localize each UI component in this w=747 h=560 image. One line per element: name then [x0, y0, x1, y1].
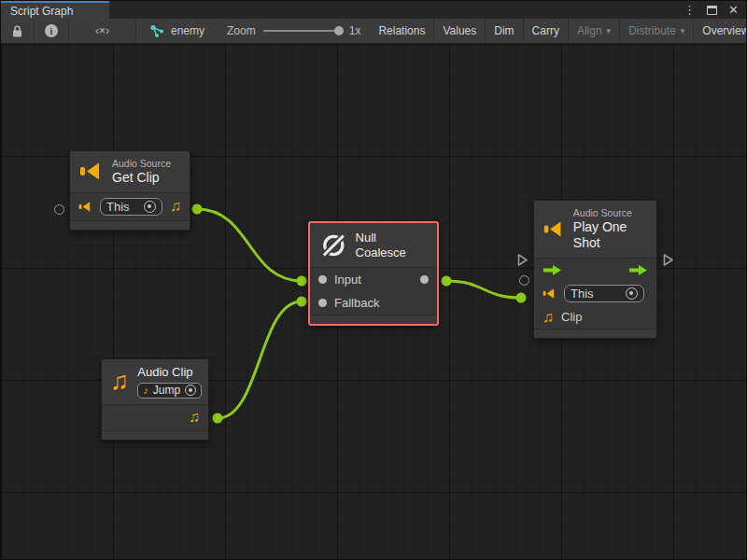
dim-button[interactable]: Dim — [486, 19, 523, 43]
target-value: This — [106, 200, 138, 214]
chevron-down-icon: ▾ — [607, 26, 612, 35]
target-object-field[interactable]: This — [100, 198, 162, 216]
lock-button[interactable] — [1, 19, 35, 43]
clip-input-port[interactable]: ♫ — [543, 310, 554, 325]
align-dropdown[interactable]: Align ▾ — [569, 19, 620, 43]
port-label: Clip — [561, 310, 582, 324]
overview-button[interactable]: Overview — [694, 19, 747, 43]
zoom-slider-handle[interactable] — [334, 26, 344, 35]
wire-endpoint[interactable] — [297, 276, 307, 287]
node-category: Audio Source — [112, 158, 171, 170]
tab-script-graph[interactable]: Script Graph — [1, 1, 109, 19]
script-graph-window: Script Graph ⋮ ✕ i ‹×› — [0, 0, 747, 560]
object-picker-icon[interactable] — [626, 287, 638, 300]
graph-reference[interactable]: enemy — [136, 19, 218, 43]
close-icon[interactable]: ✕ — [728, 4, 739, 16]
zoom-value: 1x — [349, 24, 361, 37]
node-header: Null Coalesce — [310, 223, 437, 267]
flow-input-port[interactable] — [516, 253, 529, 267]
node-header: Audio Source Play One Shot — [534, 201, 656, 258]
port-label: Input — [334, 273, 413, 287]
node-title: Audio Clip — [137, 365, 202, 380]
lock-icon — [11, 24, 23, 38]
null-coalesce-icon — [320, 231, 347, 259]
input-port[interactable] — [318, 275, 327, 284]
node-null-coalesce[interactable]: Null Coalesce Input Fallback — [308, 221, 439, 326]
node-title: Play One Shot — [573, 219, 647, 251]
graph-canvas[interactable]: Audio Source Get Clip This ♫ — [1, 44, 746, 560]
audio-source-icon — [543, 287, 557, 300]
object-picker-icon[interactable] — [185, 385, 196, 396]
info-icon: i — [45, 24, 58, 37]
port-label: Fallback — [334, 296, 379, 310]
node-audio-source-get-clip[interactable]: Audio Source Get Clip This ♫ — [69, 150, 190, 231]
result-output-port[interactable] — [420, 275, 429, 284]
target-value: This — [571, 287, 620, 301]
audio-clip-icon: ♫ — [110, 369, 129, 394]
value-input-port[interactable] — [54, 204, 64, 215]
graph-asset-icon — [149, 24, 165, 38]
graph-toolbar: i ‹×› enemy Zoom 1x Relations Values Dim — [1, 19, 746, 44]
node-title: Null Coalesce — [356, 231, 427, 259]
chevron-down-icon: ▾ — [681, 26, 685, 35]
node-audio-source-play-one-shot[interactable]: Audio Source Play One Shot — [533, 200, 657, 339]
wire-endpoint[interactable] — [192, 204, 203, 215]
node-category: Audio Source — [573, 207, 647, 219]
carry-button[interactable]: Carry — [524, 19, 569, 43]
window-controls: ⋮ ✕ — [684, 1, 746, 19]
flow-out-arrow-icon[interactable] — [628, 264, 648, 276]
wire-endpoint[interactable] — [297, 297, 307, 307]
node-footer — [102, 430, 208, 440]
tab-title: Script Graph — [10, 5, 73, 18]
audio-clip-object-field[interactable]: ♪ Jump — [137, 383, 202, 399]
connection-wire[interactable] — [446, 281, 521, 298]
node-header: ♫ Audio Clip ♪ Jump — [102, 359, 208, 404]
zoom-label: Zoom — [227, 24, 256, 37]
zoom-slider[interactable] — [263, 30, 342, 32]
value-input-port[interactable] — [519, 275, 529, 286]
code-brackets-icon: ‹×› — [95, 24, 109, 37]
flow-output-port[interactable] — [662, 253, 674, 267]
values-button[interactable]: Values — [434, 19, 486, 43]
node-audio-clip-literal[interactable]: ♫ Audio Clip ♪ Jump ♫ — [101, 358, 209, 441]
audio-clip-output-port[interactable]: ♫ — [170, 199, 181, 214]
audio-source-icon — [78, 201, 92, 213]
connection-wire[interactable] — [218, 301, 302, 418]
audio-clip-output-port[interactable]: ♫ — [189, 410, 200, 425]
node-header: Audio Source Get Clip — [70, 151, 190, 192]
audio-source-icon — [79, 161, 104, 181]
window-menu-icon[interactable]: ⋮ — [684, 4, 696, 16]
object-picker-icon[interactable] — [144, 201, 156, 213]
graph-name: enemy — [171, 24, 204, 37]
zoom-control: Zoom 1x — [218, 19, 370, 43]
connection-wire[interactable] — [197, 209, 302, 281]
node-footer — [70, 220, 190, 230]
audio-clip-value: Jump — [153, 384, 180, 397]
fallback-port[interactable] — [318, 299, 327, 307]
node-footer — [310, 315, 437, 324]
target-object-field[interactable]: This — [564, 285, 644, 302]
code-view-button[interactable]: ‹×› — [69, 19, 136, 43]
wire-endpoint[interactable] — [516, 293, 527, 303]
node-footer — [534, 329, 656, 338]
node-title: Get Clip — [112, 170, 171, 186]
distribute-dropdown[interactable]: Distribute ▾ — [620, 19, 694, 43]
wire-endpoint[interactable] — [213, 413, 223, 424]
relations-button[interactable]: Relations — [370, 19, 434, 43]
maximize-icon[interactable] — [707, 6, 717, 15]
wire-endpoint[interactable] — [442, 276, 452, 287]
flow-in-arrow-icon[interactable] — [543, 264, 562, 276]
info-button[interactable]: i — [35, 19, 69, 43]
tab-bar: Script Graph ⋮ ✕ — [1, 1, 746, 19]
audio-source-icon — [543, 219, 565, 239]
music-note-icon: ♪ — [143, 385, 148, 396]
